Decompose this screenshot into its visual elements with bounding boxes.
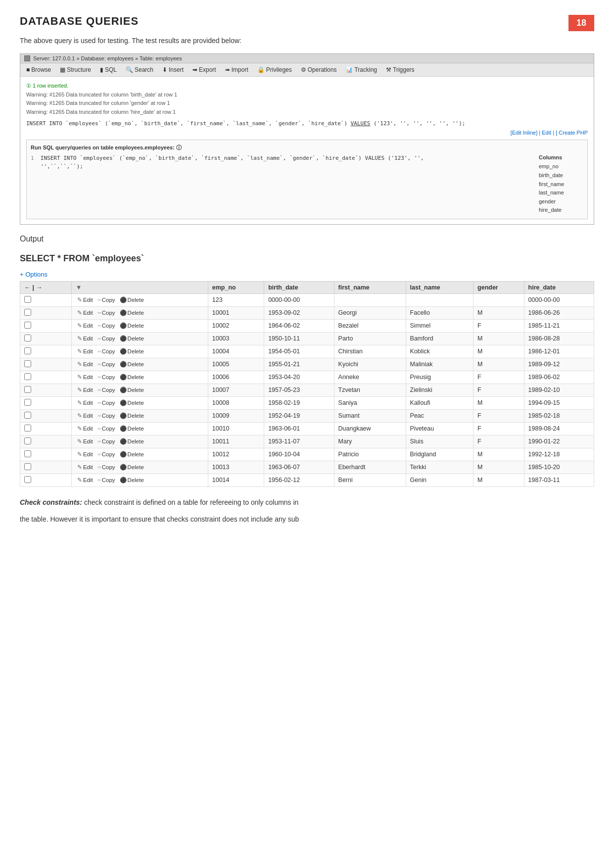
edit-button[interactable]: ✎ Edit [76, 386, 94, 394]
pma-nav-operations[interactable]: ⚙ Operations [299, 65, 339, 74]
row-checkbox[interactable] [24, 425, 31, 432]
row-checkbox[interactable] [24, 476, 31, 483]
col-header-last-name[interactable]: last_name [406, 281, 473, 293]
row-checkbox[interactable] [24, 360, 31, 367]
edit-button[interactable]: ✎ Edit [76, 335, 94, 342]
pma-edit-link[interactable]: Edit [542, 130, 551, 136]
delete-button[interactable]: ⚫ Delete [118, 386, 145, 394]
pma-edit-links[interactable]: [Edit Inline] | Edit | [ Create PHP [26, 130, 588, 136]
edit-button[interactable]: ✎ Edit [76, 399, 94, 407]
copy-button[interactable]: ⎓ Copy [96, 438, 117, 445]
row-checkbox[interactable] [24, 450, 31, 457]
copy-button[interactable]: ⎓ Copy [96, 348, 117, 355]
pma-nav-import[interactable]: ➠ Import [223, 65, 250, 74]
delete-button[interactable]: ⚫ Delete [118, 373, 145, 381]
cell-last_name: Simmel [406, 319, 473, 332]
filter-icon[interactable]: ▼ [76, 284, 82, 291]
col-header-birth-date[interactable]: birth_date [264, 281, 334, 293]
row-checkbox[interactable] [24, 335, 31, 341]
edit-button[interactable]: ✎ Edit [76, 309, 94, 317]
pma-nav-export[interactable]: ➡ Export [190, 65, 218, 74]
table-row: ✎ Edit ⎓ Copy ⚫ Delete 100101963-06-01Du… [20, 422, 594, 435]
delete-button[interactable]: ⚫ Delete [118, 412, 145, 420]
pma-nav-search-label: Search [135, 66, 153, 73]
copy-button[interactable]: ⎓ Copy [96, 361, 117, 368]
pma-col-first-name: first_name [539, 180, 583, 189]
copy-button[interactable]: ⎓ Copy [96, 399, 117, 406]
copy-label: Copy [102, 323, 115, 329]
row-checkbox[interactable] [24, 296, 31, 303]
edit-button[interactable]: ✎ Edit [76, 450, 94, 458]
copy-button[interactable]: ⎓ Copy [96, 412, 117, 419]
copy-icon: ⎓ [97, 361, 101, 367]
col-header-emp-no[interactable]: emp_no [208, 281, 264, 293]
row-checkbox[interactable] [24, 347, 31, 354]
edit-button[interactable]: ✎ Edit [76, 322, 94, 330]
pma-nav-triggers[interactable]: ⚒ Triggers [384, 65, 417, 74]
edit-button[interactable]: ✎ Edit [76, 437, 94, 445]
delete-button[interactable]: ⚫ Delete [118, 450, 145, 458]
row-checkbox[interactable] [24, 399, 31, 406]
delete-button[interactable]: ⚫ Delete [118, 425, 145, 433]
pma-nav-structure[interactable]: ▦ Structure [58, 65, 93, 74]
pma-nav-sql[interactable]: ▮ SQL [98, 65, 119, 74]
copy-button[interactable]: ⎓ Copy [96, 477, 117, 483]
edit-button[interactable]: ✎ Edit [76, 476, 94, 484]
delete-button[interactable]: ⚫ Delete [118, 476, 145, 484]
arrow-right-icon[interactable]: → [36, 284, 43, 291]
delete-button[interactable]: ⚫ Delete [118, 309, 145, 317]
delete-button[interactable]: ⚫ Delete [118, 399, 145, 407]
copy-label: Copy [102, 374, 115, 380]
pma-nav-tracking[interactable]: 📊 Tracking [343, 65, 379, 74]
pma-nav-insert[interactable]: ⬇ Insert [160, 65, 186, 74]
edit-button[interactable]: ✎ Edit [76, 412, 94, 420]
edit-button[interactable]: ✎ Edit [76, 296, 94, 304]
delete-button[interactable]: ⚫ Delete [118, 360, 145, 368]
row-checkbox[interactable] [24, 309, 31, 316]
delete-icon: ⚫ [120, 361, 127, 368]
cell-last_name: Kalloufi [406, 396, 473, 409]
delete-label: Delete [128, 400, 144, 406]
copy-button[interactable]: ⎓ Copy [96, 309, 117, 316]
copy-button[interactable]: ⎓ Copy [96, 386, 117, 393]
edit-button[interactable]: ✎ Edit [76, 347, 94, 355]
pma-create-php-link[interactable]: Create PHP [559, 130, 588, 136]
col-header-first-name[interactable]: first_name [334, 281, 406, 293]
copy-button[interactable]: ⎓ Copy [96, 335, 117, 342]
delete-button[interactable]: ⚫ Delete [118, 437, 145, 445]
copy-button[interactable]: ⎓ Copy [96, 322, 117, 329]
row-checkbox[interactable] [24, 373, 31, 380]
copy-button[interactable]: ⎓ Copy [96, 451, 117, 458]
copy-button[interactable]: ⎓ Copy [96, 296, 117, 303]
edit-button[interactable]: ✎ Edit [76, 360, 94, 368]
delete-button[interactable]: ⚫ Delete [118, 463, 145, 471]
edit-button[interactable]: ✎ Edit [76, 373, 94, 381]
cell-first_name: Chirstian [334, 345, 406, 358]
delete-button[interactable]: ⚫ Delete [118, 296, 145, 304]
cell-gender: F [473, 371, 524, 384]
options-link[interactable]: + Options [20, 271, 47, 278]
row-checkbox[interactable] [24, 463, 31, 470]
copy-button[interactable]: ⎓ Copy [96, 374, 117, 381]
row-checkbox[interactable] [24, 386, 31, 393]
pma-nav-browse[interactable]: ■ Browse [24, 65, 53, 74]
edit-button[interactable]: ✎ Edit [76, 463, 94, 471]
table-row: ✎ Edit ⎓ Copy ⚫ Delete 100061953-04-20An… [20, 371, 594, 384]
pma-edit-inline-link[interactable]: [Edit Inline] [511, 130, 537, 136]
copy-button[interactable]: ⎓ Copy [96, 464, 117, 471]
pma-nav-search[interactable]: 🔍 Search [124, 65, 155, 74]
table-row: ✎ Edit ⎓ Copy ⚫ Delete 100141956-02-12Be… [20, 474, 594, 486]
delete-button[interactable]: ⚫ Delete [118, 335, 145, 342]
col-header-hire-date[interactable]: hire_date [524, 281, 594, 293]
arrow-left-icon[interactable]: ← [24, 284, 31, 291]
row-actions-cell: ✎ Edit ⎓ Copy ⚫ Delete [71, 384, 208, 396]
copy-button[interactable]: ⎓ Copy [96, 425, 117, 432]
col-header-gender[interactable]: gender [473, 281, 524, 293]
row-checkbox[interactable] [24, 437, 31, 444]
delete-button[interactable]: ⚫ Delete [118, 347, 145, 355]
edit-button[interactable]: ✎ Edit [76, 425, 94, 433]
pma-nav-privileges[interactable]: 🔒 Privileges [255, 65, 294, 74]
delete-button[interactable]: ⚫ Delete [118, 322, 145, 330]
row-checkbox[interactable] [24, 322, 31, 329]
row-checkbox[interactable] [24, 412, 31, 419]
